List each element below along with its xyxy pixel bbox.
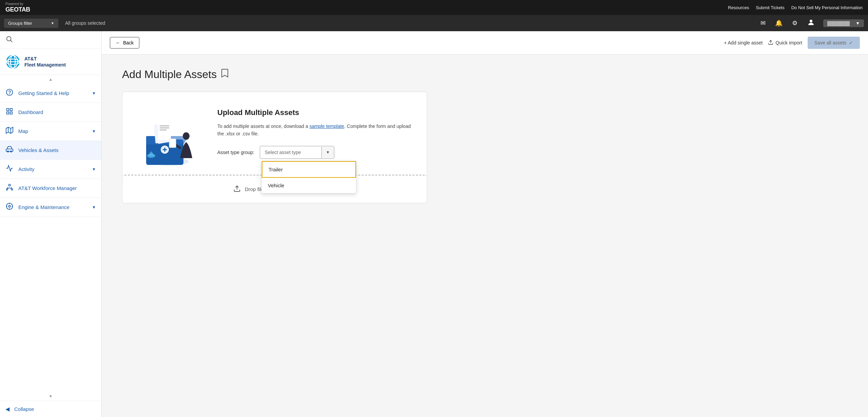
- page-content: Add Multiple Assets: [102, 55, 868, 217]
- sidebar-item-vehicles[interactable]: Vehicles & Assets: [0, 141, 101, 160]
- sidebar-scroll-up[interactable]: ▲: [0, 75, 101, 84]
- vehicles-label: Vehicles & Assets: [18, 147, 96, 153]
- workforce-label: AT&T Workforce Manager: [18, 185, 96, 191]
- asset-type-label: Asset type group:: [217, 150, 254, 155]
- sample-template-link[interactable]: sample template: [310, 124, 344, 129]
- gear-icon-button[interactable]: ⚙: [791, 18, 799, 28]
- sidebar: AT&T Fleet Management ▲ Getting Started …: [0, 31, 102, 417]
- asset-type-select[interactable]: Select asset type ▼: [260, 146, 334, 159]
- upload-illustration-svg: [136, 106, 204, 173]
- svg-point-1: [7, 37, 11, 41]
- svg-rect-10: [7, 109, 9, 111]
- collapse-label: Collapse: [14, 406, 34, 412]
- save-all-label: Save all assets: [814, 40, 846, 45]
- dashboard-label: Dashboard: [18, 109, 96, 115]
- engine-label: Engine & Maintenance: [18, 204, 87, 210]
- sidebar-scroll-down[interactable]: ▼: [0, 392, 101, 401]
- sidebar-item-engine[interactable]: Engine & Maintenance ▼: [0, 198, 101, 217]
- svg-marker-14: [6, 127, 13, 133]
- email-icon-button[interactable]: ✉: [759, 18, 767, 28]
- search-button[interactable]: [5, 35, 13, 44]
- back-label: Back: [123, 40, 134, 45]
- upload-info: Upload Multiple Assets To add multiple a…: [217, 106, 413, 167]
- sidebar-item-dashboard[interactable]: Dashboard: [0, 103, 101, 122]
- asset-type-dropdown-menu: Trailer Vehicle: [261, 161, 356, 193]
- map-chevron-icon: ▼: [92, 129, 96, 134]
- map-label: Map: [18, 128, 87, 134]
- user-dropdown-button[interactable]: ▓▓▓▓▓▓▓ ▼: [823, 19, 864, 27]
- svg-rect-11: [10, 109, 12, 111]
- upload-card: Upload Multiple Assets To add multiple a…: [122, 92, 427, 203]
- select-dropdown-arrow-icon: ▼: [321, 147, 334, 158]
- brand-logo-container: Powered by GEOTAB: [5, 2, 30, 13]
- upload-illustration: [136, 106, 204, 175]
- sidebar-nav: Getting Started & Help ▼ Dashboard: [0, 84, 101, 392]
- svg-rect-12: [10, 112, 12, 114]
- dashboard-icon: [5, 108, 14, 117]
- user-name-text: ▓▓▓▓▓▓▓: [827, 21, 850, 26]
- getting-started-chevron-icon: ▼: [92, 91, 96, 96]
- select-placeholder-text: Select asset type: [260, 146, 321, 158]
- groups-filter-chevron-icon: ▼: [51, 21, 54, 25]
- upload-title: Upload Multiple Assets: [217, 108, 413, 117]
- powered-by-text: Powered by: [5, 2, 23, 6]
- sidebar-item-workforce[interactable]: AT&T Workforce Manager: [0, 179, 101, 198]
- user-icon-button[interactable]: [806, 17, 816, 30]
- action-bar-right: + Add single asset Quick import Save all…: [724, 37, 860, 49]
- page-title: Add Multiple Assets: [122, 68, 848, 81]
- content-area: ← Back + Add single asset Quick import: [102, 31, 868, 417]
- asset-type-row: Asset type group: Select asset type ▼ Tr…: [217, 146, 413, 159]
- back-button[interactable]: ← Back: [110, 37, 139, 49]
- svg-point-0: [810, 20, 812, 22]
- dropdown-option-vehicle[interactable]: Vehicle: [262, 178, 356, 193]
- workforce-icon: [5, 184, 14, 193]
- desc-before-link: To add multiple assets at once, download…: [217, 124, 310, 129]
- resources-link[interactable]: Resources: [728, 5, 749, 10]
- main-layout: AT&T Fleet Management ▲ Getting Started …: [0, 31, 868, 417]
- svg-point-20: [8, 184, 11, 186]
- page-title-text: Add Multiple Assets: [122, 68, 217, 81]
- geotab-logo-text: GEOTAB: [5, 6, 30, 13]
- brand-name-line1: AT&T: [24, 56, 66, 62]
- do-not-sell-link[interactable]: Do Not Sell My Personal Information: [791, 5, 863, 10]
- engine-chevron-icon: ▼: [92, 205, 96, 210]
- second-bar: Groups filter ▼ All groups selected ✉ 🔔 …: [0, 15, 868, 31]
- user-dropdown-chevron-icon: ▼: [855, 21, 860, 26]
- collapse-button[interactable]: ◀ Collapse: [0, 401, 101, 417]
- bell-icon-button[interactable]: 🔔: [774, 18, 784, 28]
- dropdown-option-trailer[interactable]: Trailer: [262, 161, 356, 178]
- sidebar-item-activity[interactable]: Activity ▼: [0, 160, 101, 179]
- drop-zone-upload-icon: [233, 185, 241, 193]
- add-single-label: + Add single asset: [724, 40, 763, 45]
- map-icon: [5, 127, 14, 136]
- svg-rect-43: [169, 139, 176, 148]
- all-groups-text: All groups selected: [65, 20, 105, 26]
- quick-import-button[interactable]: Quick import: [768, 40, 802, 46]
- getting-started-label: Getting Started & Help: [18, 90, 87, 96]
- svg-line-2: [11, 40, 12, 42]
- save-all-assets-button[interactable]: Save all assets ✓: [808, 37, 860, 49]
- brand-name: AT&T Fleet Management: [24, 56, 66, 68]
- svg-point-24: [8, 205, 11, 207]
- help-icon: [5, 89, 14, 98]
- second-bar-icons: ✉ 🔔 ⚙ ▓▓▓▓▓▓▓ ▼: [759, 17, 864, 30]
- groups-filter-label: Groups filter: [8, 21, 32, 26]
- back-arrow-icon: ←: [116, 40, 120, 45]
- sidebar-item-map[interactable]: Map ▼: [0, 122, 101, 141]
- engine-icon: [5, 203, 14, 212]
- svg-point-9: [9, 94, 10, 94]
- sidebar-item-getting-started[interactable]: Getting Started & Help ▼: [0, 84, 101, 103]
- svg-point-22: [12, 189, 13, 190]
- activity-label: Activity: [18, 166, 87, 172]
- upload-card-inner: Upload Multiple Assets To add multiple a…: [136, 106, 413, 175]
- svg-rect-35: [158, 122, 171, 140]
- groups-filter-button[interactable]: Groups filter ▼: [4, 19, 58, 28]
- svg-rect-13: [7, 112, 9, 114]
- bookmark-icon: [221, 68, 229, 81]
- brand-name-line2: Fleet Management: [24, 62, 66, 68]
- checkmark-icon: ✓: [849, 40, 853, 45]
- upload-description: To add multiple assets at once, download…: [217, 122, 413, 138]
- activity-icon: [5, 165, 14, 174]
- submit-tickets-link[interactable]: Submit Tickets: [756, 5, 785, 10]
- add-single-asset-button[interactable]: + Add single asset: [724, 40, 763, 45]
